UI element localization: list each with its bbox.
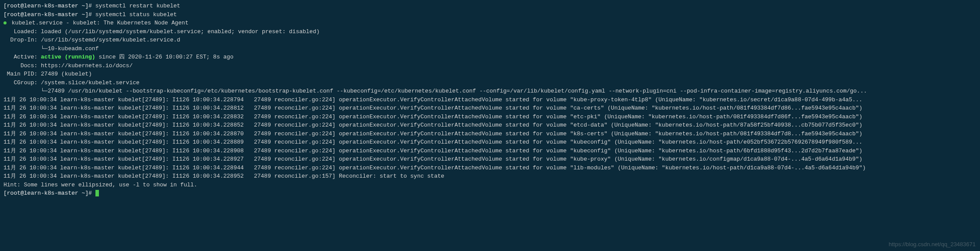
log-line: 11月 26 10:00:34 learn-k8s-master kubelet…: [3, 172, 977, 181]
command-restart: systemctl restart kubelet: [95, 3, 180, 9]
loaded-line: Loaded: loaded (/usr/lib/systemd/system/…: [3, 28, 977, 36]
log-line: 11月 26 10:00:34 learn-k8s-master kubelet…: [3, 113, 977, 121]
mainpid-line: Main PID: 27489 (kubelet): [3, 70, 977, 79]
log-line: 11月 26 10:00:34 learn-k8s-master kubelet…: [3, 155, 977, 164]
shell-prompt: [root@learn-k8s-master ~]#: [3, 3, 95, 9]
prompt-line-2: [root@learn-k8s-master ~]# systemctl sta…: [3, 10, 977, 19]
prompt-line-1: [root@learn-k8s-master ~]# systemctl res…: [3, 2, 977, 10]
command-status: systemctl status kubelet: [95, 11, 177, 18]
log-output: 11月 26 10:00:34 learn-k8s-master kubelet…: [3, 96, 977, 181]
log-line: 11月 26 10:00:34 learn-k8s-master kubelet…: [3, 130, 977, 138]
log-line: 11月 26 10:00:34 learn-k8s-master kubelet…: [3, 96, 977, 104]
active-line: Active: active (running) since 四 2020-11…: [3, 53, 977, 62]
docs-line: Docs: https://kubernetes.io/docs/: [3, 62, 977, 70]
log-line: 11月 26 10:00:34 learn-k8s-master kubelet…: [3, 147, 977, 155]
log-line: 11月 26 10:00:34 learn-k8s-master kubelet…: [3, 164, 977, 172]
service-header: kubelet.service - kubelet: The Kubernete…: [3, 19, 977, 28]
dropin-line-2: └─10-kubeadm.conf: [3, 45, 977, 53]
dropin-line-1: Drop-In: /usr/lib/systemd/system/kubelet…: [3, 36, 977, 45]
active-since: since 四 2020-11-26 10:00:27 EST; 8s ago: [95, 54, 234, 60]
cursor-icon: [95, 190, 99, 196]
shell-prompt: [root@learn-k8s-master ~]#: [3, 190, 95, 196]
log-line: 11月 26 10:00:34 learn-k8s-master kubelet…: [3, 138, 977, 147]
active-label: Active:: [3, 54, 41, 60]
cgroup-line-2: └─27489 /usr/bin/kubelet --bootstrap-kub…: [3, 87, 977, 96]
prompt-line-3[interactable]: [root@learn-k8s-master ~]#: [3, 189, 977, 198]
active-status: active (running): [41, 54, 95, 60]
hint-line: Hint: Some lines were ellipsized, use -l…: [3, 181, 977, 189]
log-line: 11月 26 10:00:34 learn-k8s-master kubelet…: [3, 121, 977, 130]
log-line: 11月 26 10:00:34 learn-k8s-master kubelet…: [3, 104, 977, 113]
service-title: kubelet.service - kubelet: The Kubernete…: [8, 20, 188, 26]
cgroup-line-1: CGroup: /system.slice/kubelet.service: [3, 79, 977, 87]
shell-prompt: [root@learn-k8s-master ~]#: [3, 11, 95, 18]
status-dot-icon: [3, 21, 7, 24]
